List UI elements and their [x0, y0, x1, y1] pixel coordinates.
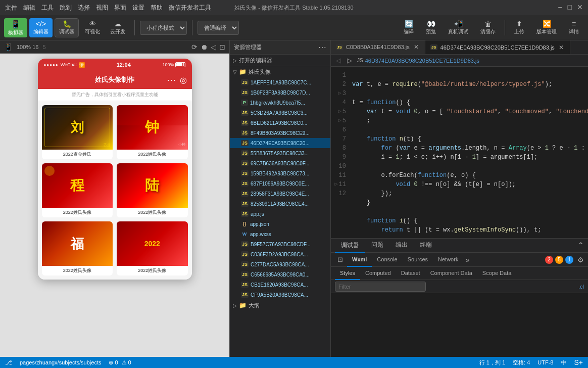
- tab-1-close[interactable]: ✕: [413, 43, 420, 51]
- js-file-icon-19: JS: [241, 292, 249, 298]
- source-panel-more[interactable]: ⋯: [318, 42, 326, 52]
- file-12[interactable]: JS 28958F31A93BC98C4E...: [230, 189, 330, 199]
- file-17[interactable]: JS C6566685A93BC98CA0...: [230, 269, 330, 280]
- back-nav-icon[interactable]: ◁: [334, 56, 343, 65]
- close-button[interactable]: ✕: [577, 3, 583, 12]
- devtools-tab-debugger[interactable]: 调试器: [335, 239, 365, 253]
- file-7-active[interactable]: JS 46D374E0A93BC98C20...: [230, 138, 330, 148]
- menu-view[interactable]: 视图: [96, 4, 108, 12]
- phone-card-6[interactable]: 2022 2022姓氏头像: [117, 221, 188, 275]
- menu-help[interactable]: 帮助: [151, 4, 163, 12]
- lang-label[interactable]: 中: [561, 359, 566, 366]
- devtools-tab-problems[interactable]: 问题: [365, 239, 389, 253]
- menu-file[interactable]: 文件: [5, 4, 17, 12]
- file-13[interactable]: JS 82530911A93BC98CE4...: [230, 199, 330, 209]
- file-4[interactable]: JS 5C3D26A7A93BC98C3...: [230, 108, 330, 118]
- version-button[interactable]: 🔀 版本管理: [531, 18, 562, 37]
- menu-settings[interactable]: 设置: [132, 4, 144, 12]
- style-tab-scope-data[interactable]: Scope Data: [477, 267, 516, 280]
- compile-select[interactable]: 普通编译: [198, 21, 239, 35]
- inspector-tabs-more[interactable]: »: [463, 256, 471, 264]
- debugger-button[interactable]: 🐛 调试器: [55, 18, 79, 37]
- home-icon[interactable]: ⊡: [219, 43, 225, 51]
- file-8[interactable]: JS 55B83675A93BC98C33...: [230, 148, 330, 158]
- preview-button[interactable]: 👀 预览: [421, 18, 441, 37]
- menu-tools[interactable]: 工具: [41, 4, 54, 12]
- menu-wechat[interactable]: 微信开发者工具: [169, 4, 211, 12]
- file-11[interactable]: JS 687F1096A93BC98C0E...: [230, 178, 330, 189]
- menu-interface[interactable]: 界面: [114, 4, 126, 12]
- editor-devtools-area: JS C0D8B0A16E41C9D83.js ✕ JS 46D374E0A93…: [331, 40, 588, 357]
- line-col-label[interactable]: 行 1，列 1: [479, 359, 505, 366]
- file-appwxss[interactable]: W app.wxss: [230, 229, 330, 239]
- file-3[interactable]: P 1hbgikvwkh3U9bca7f5...: [230, 98, 330, 108]
- inspector-tab-wxml[interactable]: Wxml: [347, 253, 372, 267]
- minimize-button[interactable]: −: [558, 3, 562, 12]
- filter-input[interactable]: [335, 282, 426, 292]
- style-tab-computed[interactable]: Computed: [360, 267, 396, 280]
- devtools-tab-output[interactable]: 编出: [389, 239, 414, 253]
- real-debug-button[interactable]: 📲 真机调试: [443, 18, 473, 37]
- editor-tab-1[interactable]: JS C0D8B0A16E41C9D83.js ✕: [331, 40, 425, 54]
- editor-button[interactable]: </> 编辑器: [29, 18, 53, 37]
- open-editors-header[interactable]: ▷ 打开的编辑器: [230, 55, 330, 66]
- menu-select[interactable]: 选择: [78, 4, 90, 12]
- compile-button[interactable]: 🔄 编译: [399, 18, 419, 37]
- detail-button[interactable]: ≡ 详情: [564, 18, 584, 37]
- error-icon: ⊗: [109, 359, 113, 366]
- back-icon[interactable]: ◁: [211, 43, 216, 51]
- style-tab-dataset[interactable]: Dataset: [396, 267, 425, 280]
- menu-goto[interactable]: 跳到: [60, 4, 72, 12]
- file-19[interactable]: JS CF9A5B20A93BC98CA...: [230, 290, 330, 300]
- cloud-button[interactable]: ☁ 云开发: [106, 18, 129, 37]
- devtools-close-icon[interactable]: ⌃: [577, 241, 584, 250]
- file-1[interactable]: JS 1AEFFE41A93BC98C7C...: [230, 77, 330, 87]
- file-18[interactable]: JS CB1E1620A93BC98CA...: [230, 280, 330, 290]
- settings-gear-icon[interactable]: ⚙: [577, 256, 584, 264]
- file-14[interactable]: JS B9F57C76A93BC98CDF...: [230, 239, 330, 249]
- file-5[interactable]: JS 6BED6211A93BC98C0...: [230, 118, 330, 128]
- file-2[interactable]: JS 1B0F28F3A93BC98C7D...: [230, 87, 330, 98]
- nav-target-icon[interactable]: ◎: [180, 75, 187, 85]
- root-folder-header[interactable]: ▽ 📁 姓氏头像: [230, 66, 330, 77]
- inspector-tab-sources[interactable]: Sources: [403, 253, 433, 267]
- encoding-label[interactable]: UTF-8: [537, 359, 553, 365]
- subfolder-outline-header[interactable]: ▷ 📁 大纲: [230, 300, 330, 311]
- inspector-tab-network[interactable]: Network: [433, 253, 463, 267]
- phone-card-3[interactable]: 程 2022姓氏头像: [42, 163, 113, 217]
- file-appjson[interactable]: {} app.json: [230, 219, 330, 229]
- forward-nav-icon[interactable]: ▷: [345, 56, 354, 65]
- file-9[interactable]: JS 69C7B636A93BC98C0F...: [230, 158, 330, 168]
- element-picker-icon[interactable]: ⊡: [335, 255, 345, 265]
- editor-tab-2-active[interactable]: JS 46D374E0A93BC98C20B51CE7EE1D9D83.js ✕: [425, 40, 570, 54]
- rotate-icon[interactable]: ⟳: [191, 43, 198, 51]
- inspector-tab-console[interactable]: Console: [372, 253, 402, 267]
- branch-name[interactable]: pages/zhuangx/subjects/subjects: [20, 359, 101, 365]
- phone-card-1[interactable]: 刘 乙虎 2022资金姓氏: [42, 105, 113, 159]
- tab-2-close[interactable]: ✕: [558, 44, 565, 51]
- devtools-tab-terminal[interactable]: 终端: [414, 239, 438, 253]
- menu-edit[interactable]: 编辑: [23, 4, 35, 12]
- mode-select[interactable]: 小程序模式: [140, 21, 187, 35]
- file-10[interactable]: JS 159BB492A93BC98C73...: [230, 168, 330, 178]
- style-tab-component-data[interactable]: Component Data: [425, 267, 477, 280]
- visual-button[interactable]: 👁 可视化: [81, 18, 104, 37]
- code-content[interactable]: var t, e = require("@babel/runtime/helpe…: [348, 67, 588, 238]
- file-16[interactable]: JS C277DAC5A93BC98CA...: [230, 259, 330, 269]
- file-4-name: 5C3D26A7A93BC98C3...: [251, 110, 308, 116]
- error-status[interactable]: ⊗ 0 ⚠ 0: [109, 359, 131, 366]
- nav-more-icon[interactable]: ⋯: [167, 74, 176, 85]
- simulator-button[interactable]: 📱 模拟器: [4, 18, 27, 37]
- style-tab-styles[interactable]: Styles: [335, 267, 360, 280]
- upload-button[interactable]: ⬆ 上传: [509, 18, 529, 37]
- phone-card-5[interactable]: 福 2022姓氏头像: [42, 221, 113, 275]
- file-15[interactable]: JS C036F3D2A93BC98CA...: [230, 249, 330, 259]
- clear-cache-button[interactable]: 🗑 清缓存: [475, 18, 501, 37]
- maximize-button[interactable]: □: [568, 3, 572, 12]
- phone-card-4[interactable]: 陆 2022姓氏头像: [117, 163, 188, 217]
- file-6[interactable]: JS 8F49B803A93BC98CE9...: [230, 128, 330, 138]
- record-icon[interactable]: ⏺: [201, 43, 208, 51]
- file-appjs[interactable]: JS app.js: [230, 209, 330, 219]
- spaces-label[interactable]: 空格: 4: [513, 359, 530, 366]
- phone-card-2[interactable]: 钟 小钟 2022姓氏头像: [117, 105, 188, 159]
